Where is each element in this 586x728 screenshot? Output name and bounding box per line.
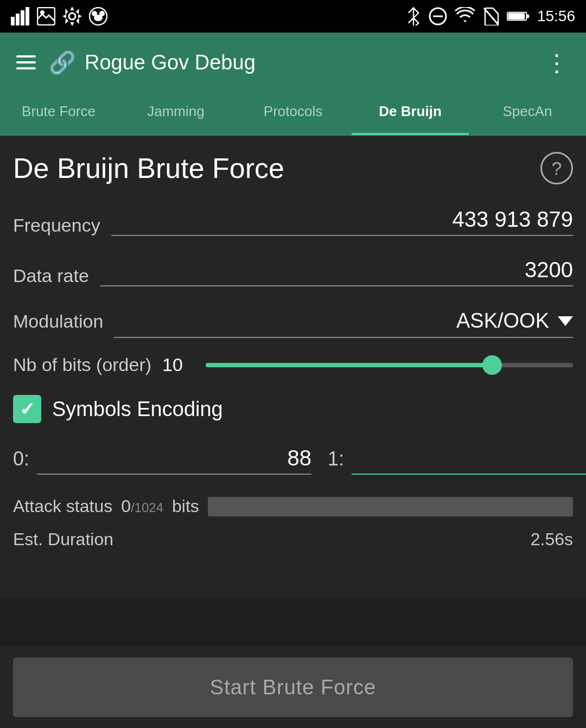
data-rate-label: Data rate (13, 265, 89, 286)
modulation-select[interactable]: ASK/OOK (114, 305, 573, 338)
signal-bars-icon (11, 7, 29, 25)
start-brute-force-button[interactable]: Start Brute Force (13, 657, 573, 717)
status-bar-left-icons (11, 7, 107, 25)
data-rate-row: Data rate (13, 254, 573, 289)
encoding-fields-row: 0: 1: (13, 443, 573, 475)
symbol0-label: 0: (13, 448, 29, 475)
symbol0-field: 0: (13, 443, 311, 475)
attack-status-row: Attack status 0/1024 bits (13, 496, 573, 516)
symbol1-label: 1: (328, 448, 344, 475)
attack-status-unit: bits (172, 496, 199, 516)
modulation-dropdown-arrow (558, 316, 573, 326)
app-bar-left: 🔗 Rogue Gov Debug (16, 50, 256, 75)
frequency-input[interactable] (111, 204, 573, 236)
attack-status-total: /1024 (131, 500, 163, 515)
svg-rect-15 (526, 15, 529, 18)
bluetooth-icon (406, 7, 421, 25)
menu-button[interactable] (16, 55, 36, 69)
page-header: De Bruijn Brute Force ? (13, 152, 573, 184)
tab-specan[interactable]: SpecAn (469, 92, 586, 135)
tab-brute-force[interactable]: Brute Force (0, 92, 117, 135)
data-rate-field-container (100, 254, 573, 286)
status-bar: 15:56 (0, 0, 586, 33)
symbol1-field: 1: (328, 443, 586, 475)
symbol0-input[interactable] (37, 443, 311, 475)
help-button[interactable]: ? (540, 152, 573, 184)
gear-icon (63, 7, 81, 25)
modulation-row: Modulation ASK/OOK (13, 305, 573, 338)
svg-rect-16 (508, 13, 525, 19)
status-bar-right-icons: 15:56 (406, 7, 575, 25)
tab-protocols[interactable]: Protocols (234, 92, 352, 135)
slider-track (206, 363, 573, 367)
nb-of-bits-label: Nb of bits (order) (13, 354, 151, 375)
symbols-encoding-checkbox[interactable]: ✓ (13, 395, 41, 423)
app-bar: 🔗 Rogue Gov Debug ⋮ (0, 33, 586, 92)
frequency-label: Frequency (13, 215, 100, 236)
attack-progress-bar (208, 497, 573, 516)
nb-of-bits-value: 10 (162, 354, 195, 375)
page-title: De Bruijn Brute Force (13, 152, 284, 184)
frequency-field-container (111, 204, 573, 236)
attack-status-current: 0/1024 (121, 496, 163, 516)
nb-of-bits-row: Nb of bits (order) 10 (13, 354, 573, 375)
checkmark-icon: ✓ (20, 398, 35, 420)
battery-icon (507, 10, 530, 23)
tab-jamming[interactable]: Jamming (117, 92, 234, 135)
image-icon (37, 7, 55, 25)
svg-rect-1 (16, 14, 20, 25)
clock-display: 15:56 (537, 8, 575, 25)
symbol1-input[interactable] (352, 443, 586, 475)
data-rate-input[interactable] (100, 254, 573, 286)
slider-fill (206, 363, 492, 367)
sim-blocked-icon (483, 7, 499, 25)
attack-status-label: Attack status (13, 496, 112, 516)
frequency-row: Frequency (13, 204, 573, 238)
svg-rect-0 (11, 17, 15, 25)
nb-of-bits-slider[interactable] (206, 363, 573, 367)
symbols-encoding-label: Symbols Encoding (52, 398, 223, 421)
svg-rect-3 (26, 7, 29, 25)
minus-circle-icon (429, 7, 447, 25)
symbols-encoding-row: ✓ Symbols Encoding (13, 395, 573, 423)
tab-de-bruijn[interactable]: De Bruijn (352, 92, 469, 135)
est-duration-label: Est. Duration (13, 529, 113, 550)
app-title-container: 🔗 Rogue Gov Debug (49, 50, 256, 75)
modulation-value: ASK/OOK (456, 309, 549, 333)
svg-point-6 (69, 13, 75, 20)
tab-bar: Brute Force Jamming Protocols De Bruijn … (0, 92, 586, 136)
panda-icon (89, 7, 107, 25)
chain-icon: 🔗 (49, 50, 76, 75)
start-button-container: Start Brute Force (0, 647, 586, 728)
app-title: Rogue Gov Debug (85, 51, 256, 74)
slider-thumb (482, 355, 502, 375)
svg-rect-2 (21, 10, 24, 25)
wifi-icon (455, 7, 475, 25)
modulation-label: Modulation (13, 311, 103, 332)
svg-point-10 (94, 15, 103, 21)
main-content: De Bruijn Brute Force ? Frequency Data r… (0, 136, 586, 598)
est-duration-row: Est. Duration 2.56s (13, 529, 573, 550)
more-options-button[interactable]: ⋮ (545, 49, 570, 76)
est-duration-value: 2.56s (531, 529, 573, 550)
